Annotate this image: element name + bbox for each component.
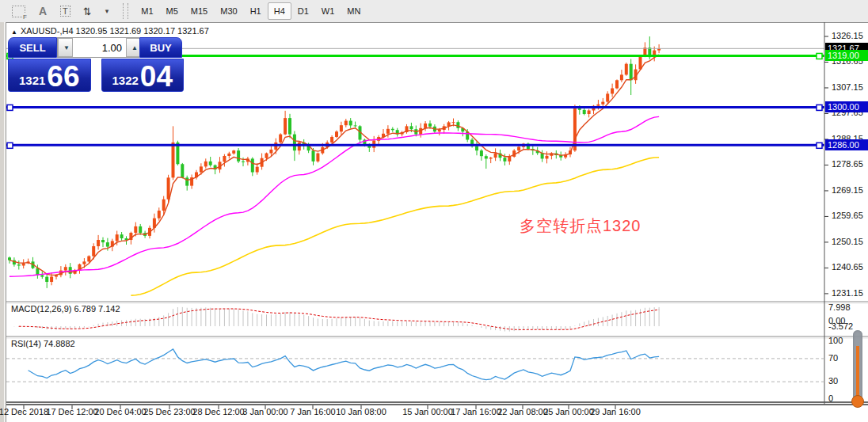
time-tick-label: 3 Jan 00:00 (242, 407, 288, 416)
price-tick-label: 1259.65 (832, 211, 863, 220)
sell-price-handle: 1321 (19, 74, 45, 87)
buy-price-handle: 1322 (112, 74, 138, 87)
time-tick-label: 10 Jan 08:00 (336, 407, 386, 416)
indicator-scale-label: 30 (828, 376, 838, 386)
timeframe-M15[interactable]: M15 (185, 2, 214, 20)
timeframe-MN[interactable]: MN (341, 2, 367, 20)
price-tick-label: 1240.65 (832, 262, 863, 272)
timeframe-M5[interactable]: M5 (160, 2, 185, 20)
volume-decrease-button[interactable]: ▼ (58, 38, 73, 57)
macd-indicator-label: MACD(12,26,9) 6.789 7.142 (11, 304, 120, 314)
time-tick-label: 15 Jan 00:00 (402, 407, 453, 416)
price-tick-label: 1269.15 (832, 185, 863, 195)
one-click-trading-panel: SELL ▼ ▲ BUY 132166 132204 (8, 37, 184, 92)
rsi-indicator-label: RSI(14) 74.8882 (11, 339, 75, 348)
indicator-scale-label: 7.998 (828, 302, 851, 312)
price-tick-label: 1326.15 (832, 31, 863, 40)
dotted-box-icon: F (12, 6, 25, 17)
sell-price-pips: 66 (47, 63, 79, 90)
mt4-window: F A T ⇄ ▾ M1M5M15M30H1H4D1W1MN ▲XAUUSD-,… (0, 0, 868, 422)
timeframe-H1[interactable]: H1 (244, 2, 268, 20)
thermometer-stem (856, 346, 859, 397)
time-tick-label: 25 Dec 23:00 (143, 407, 195, 416)
trade-panel-top-row: SELL ▼ ▲ BUY (8, 37, 184, 58)
timeframe-W1[interactable]: W1 (315, 2, 341, 20)
time-tick-label: 7 Jan 16:00 (290, 407, 336, 416)
indicator-scale-label: 100 (828, 336, 843, 345)
volume-stepper: ▼ ▲ (57, 37, 139, 58)
time-tick-label: 25 Jan 00:00 (543, 407, 594, 416)
font-a-icon[interactable]: A (32, 2, 53, 20)
chart-text-annotation: 多空转折点1320 (520, 215, 641, 237)
chart-title: ▲XAUUSD-,H4 1320.95 1321.69 1320.17 1321… (11, 26, 209, 36)
price-tick-label: 1250.15 (832, 237, 863, 246)
price-tick-label: 1231.15 (832, 288, 863, 298)
price-badge-1300.00: 1300.00 (825, 101, 868, 112)
time-tick-label: 17 Dec 12:00 (46, 407, 97, 416)
timeframe-bar: M1M5M15M30H1H4D1W1MN (135, 2, 367, 20)
sell-button[interactable]: SELL (8, 37, 57, 58)
trade-panel-price-row: 132166 132204 (8, 59, 184, 92)
template-grid-icon[interactable]: F (6, 2, 31, 20)
text-label-icon[interactable]: T (55, 2, 76, 20)
time-tick-label: 22 Jan 08:00 (497, 407, 548, 416)
buy-button[interactable]: BUY (139, 37, 182, 58)
timeframe-H4[interactable]: H4 (268, 2, 291, 20)
toolbar-grip[interactable] (123, 3, 128, 19)
time-tick-label: 29 Jan 16:00 (590, 407, 641, 416)
sell-price-display[interactable]: 132166 (8, 59, 91, 92)
buy-price-pips: 04 (140, 63, 173, 90)
time-tick-label: 20 Dec 04:00 (94, 407, 146, 416)
buy-price-display[interactable]: 132204 (101, 59, 185, 92)
timeframe-D1[interactable]: D1 (291, 2, 315, 20)
timeframe-M30[interactable]: M30 (214, 2, 243, 20)
time-tick-label: 28 Dec 12:00 (192, 407, 244, 416)
window-left-border (0, 22, 6, 422)
toolbar: F A T ⇄ ▾ M1M5M15M30H1H4D1W1MN (0, 0, 868, 23)
price-badge-1286.00: 1286.00 (825, 139, 868, 150)
indicator-scale-label: 70 (828, 353, 838, 363)
price-tick-label: 1307.15 (832, 82, 863, 92)
price-tick-label: 1278.65 (832, 159, 863, 169)
time-tick-label: 12 Dec 2018 (0, 407, 48, 416)
collapse-triangle-icon: ▲ (11, 29, 17, 36)
price-badge-1319.00: 1319.00 (825, 50, 868, 61)
indicator-scale-label: 0 (828, 393, 833, 403)
timeframe-M1[interactable]: M1 (135, 2, 159, 20)
thermometer-bulb (851, 395, 864, 408)
volume-input[interactable] (73, 38, 126, 57)
cursor-arrows-icon[interactable]: ⇄ (78, 2, 98, 20)
thermometer-widget (850, 330, 866, 410)
time-tick-label: 17 Jan 16:00 (451, 407, 501, 416)
dropdown-caret-icon[interactable]: ▾ (100, 2, 115, 20)
